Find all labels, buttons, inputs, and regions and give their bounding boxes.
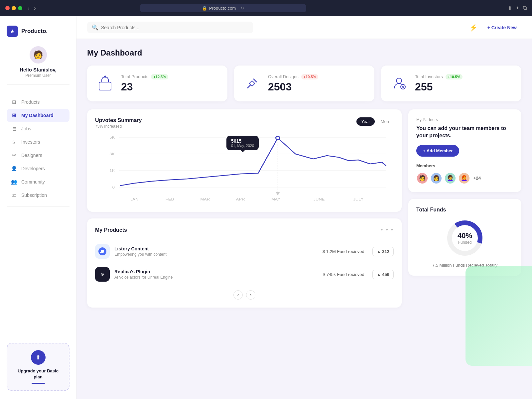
product-info: Listory Content Empowering you with cont… [114,246,318,257]
user-tier: Premium User [25,73,51,78]
total-investors-badge: +10.5% [446,74,463,79]
svg-marker-24 [276,192,280,196]
my-dashboard-icon: ⊞ [11,112,17,119]
jobs-icon: 🖥 [11,125,17,132]
line-chart: 5K 3K 1K 0 JAN FEB MAR APR MAY JUNE [95,131,394,204]
products-header: My Products • • • [95,226,394,233]
search-icon: 🔍 [92,24,98,31]
sidebar-item-investors[interactable]: $ Investors [7,135,69,149]
overall-designs-label: Overall Designs +10.5% [268,74,366,79]
chart-card: Upvotes Summary 75% Increased Year Mon 5… [87,109,402,212]
member-avatar: 👩 [430,172,442,184]
app-container: ★ Producto. 🧑 Hello Stanislov, Premium U… [0,16,532,399]
community-icon: 👥 [11,179,17,185]
funds-percentage: 40% [458,231,472,240]
partners-label: My Partners [416,117,513,122]
address-bar[interactable]: 🔒 Producto.com ↻ [140,4,306,12]
share-icon[interactable]: ⬆ [508,5,512,11]
new-tab-icon[interactable]: + [516,5,519,11]
sidebar-item-jobs[interactable]: 🖥 Jobs [7,122,69,135]
sidebar-item-label: Investors [21,139,40,145]
product-name: Replica's Plugin [114,269,318,274]
sidebar-item-label: My Dashboard [21,113,53,118]
members-label: Members [416,163,513,168]
overall-designs-info: Overall Designs +10.5% 2503 [268,74,366,93]
products-card: My Products • • • Listory Content Empowe… [87,218,402,308]
maximize-button[interactable] [18,6,22,10]
vote-button[interactable]: ▲ 456 [372,270,394,279]
forward-icon[interactable]: › [33,5,37,12]
traffic-lights [5,6,22,10]
star-icon: ★ [10,28,15,35]
member-avatar: 🧑 [416,172,428,184]
member-count: +24 [473,176,481,181]
funds-card: Total Funds 40% Funded 7.5 Million F [408,199,521,276]
nav-divider [7,206,69,207]
partners-title: You can add your team members to your pr… [416,125,513,140]
chart-toggle: Year Mon [356,117,394,126]
product-info: Replica's Plugin AI voice actors for Unr… [114,269,318,280]
logo-text: Producto. [21,28,48,35]
sidebar-item-label: Products [21,99,40,105]
product-fund: $ 745k Fund recieved [323,272,364,277]
close-button[interactable] [5,6,10,10]
sidebar-item-developers[interactable]: 👤 Developers [7,162,69,175]
dots-menu[interactable]: • • • [381,226,394,233]
svg-text:MAR: MAR [200,197,210,201]
svg-text:$: $ [402,85,404,89]
search-input[interactable] [101,25,249,30]
logo-icon: ★ [7,26,18,37]
product-logo: ⊙ [95,267,110,282]
sidebar-item-label: Designers [21,153,42,158]
upgrade-card: ⬆ Upgrade your Basic plan [7,343,69,391]
upgrade-icon: ⬆ [31,350,46,365]
product-name: Listory Content [114,246,318,251]
create-new-button[interactable]: + Create New [483,22,521,33]
main-content: 🔍 ⚡ + Create New My Dashboard Total Prod… [76,16,532,399]
chart-title: Upvotes Summary [95,117,142,123]
left-col: Upvotes Summary 75% Increased Year Mon 5… [87,109,402,308]
toggle-year-button[interactable]: Year [356,117,374,126]
svg-line-3 [253,79,257,82]
product-list: Listory Content Empowering you with cont… [95,240,394,286]
total-products-label: Total Products +12.5% [121,74,219,79]
add-member-button[interactable]: + Add Member [416,145,459,157]
url-text: Producto.com [209,6,236,11]
sidebar-item-label: Subscription [21,193,47,198]
funds-total: 7.5 Million Funds Recieved Totally [416,263,513,268]
stat-card-total-investors: $ Total Investors +10.5% 255 [381,66,521,101]
bottom-grid: Upvotes Summary 75% Increased Year Mon 5… [87,109,521,308]
minimize-button[interactable] [12,6,16,10]
next-page-button[interactable]: › [246,290,255,300]
toggle-mon-button[interactable]: Mon [376,117,394,126]
svg-point-25 [276,136,280,140]
refresh-icon[interactable]: ↻ [240,6,244,11]
donut-label: 40% Funded [458,231,472,245]
member-avatar: 👩‍🦱 [444,172,456,184]
total-investors-icon: $ [389,73,409,93]
overall-designs-icon [242,73,262,93]
svg-text:0: 0 [112,185,115,190]
back-icon[interactable]: ‹ [26,5,31,12]
stat-card-total-products: Total Products +12.5% 23 [87,66,227,101]
svg-text:APR: APR [236,197,245,201]
svg-rect-0 [99,82,111,90]
sidebar-item-my-dashboard[interactable]: ⊞ My Dashboard [7,109,69,122]
sidebar-item-designers[interactable]: ✂ Designers [7,149,69,162]
prev-page-button[interactable]: ‹ [233,290,243,300]
tabs-icon[interactable]: ⧉ [523,5,527,11]
list-item: Listory Content Empowering you with cont… [95,240,394,263]
svg-text:FEB: FEB [166,197,174,201]
members-section: Members 🧑👩👩‍🦱👩‍🦰+24 [416,163,513,184]
browser-chrome: ‹ › 🔒 Producto.com ↻ ⬆ + ⧉ [0,0,532,16]
donut-wrap: 40% Funded [416,218,513,258]
activity-icon[interactable]: ⚡ [469,24,477,32]
sidebar-item-subscription[interactable]: 🏷 Subscription [7,189,69,202]
upgrade-bar [32,383,45,384]
sidebar-item-community[interactable]: 👥 Community [7,175,69,189]
sidebar-item-products[interactable]: ⊟ Products [7,95,69,109]
lock-icon: 🔒 [202,6,207,11]
vote-button[interactable]: ▲ 312 [372,247,394,256]
chart-area: 5015 01, May, 2020 5K [95,131,394,204]
funds-title: Total Funds [416,207,513,213]
